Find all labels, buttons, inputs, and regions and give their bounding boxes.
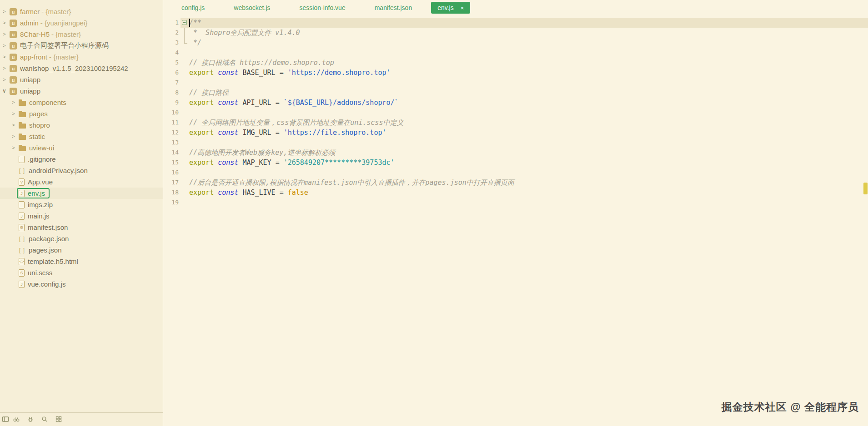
code-line[interactable]: 12export const IMG_URL = 'https://file.s… bbox=[163, 128, 868, 138]
chevron-right-icon[interactable]: > bbox=[10, 142, 17, 154]
tree-item-inner: [ ]androidPrivacy.json bbox=[17, 165, 92, 176]
tree-item-uview-ui[interactable]: >uview-ui bbox=[0, 142, 163, 154]
tree-item-uniapp[interactable]: >uuniapp bbox=[0, 74, 163, 85]
fold-collapse-icon[interactable]: − bbox=[182, 20, 187, 25]
tree-item-label: components bbox=[29, 99, 66, 106]
chevron-right-icon[interactable]: > bbox=[1, 29, 8, 40]
fold-gutter[interactable] bbox=[181, 28, 189, 38]
code-line[interactable]: 19 bbox=[163, 198, 868, 208]
line-number: 11 bbox=[163, 118, 181, 128]
chevron-right-icon[interactable]: > bbox=[1, 74, 8, 85]
code-line[interactable]: 3 */ bbox=[163, 38, 868, 48]
tree-item-pages-json[interactable]: [ ]pages.json bbox=[0, 244, 163, 256]
fold-gutter bbox=[181, 108, 189, 118]
code-line[interactable]: 9export const API_URL = `${BASE_URL}/add… bbox=[163, 98, 868, 108]
tree-item-vue-config-js[interactable]: Jvue.config.js bbox=[0, 278, 163, 290]
tree-item-wanlshop-v1-1-5-20231002195242[interactable]: >uwanlshop_v1.1.5_20231002195242 bbox=[0, 63, 163, 74]
code-line[interactable]: 14//高德地图开发者Web服务key,逆坐标解析必须 bbox=[163, 148, 868, 158]
code-line[interactable]: 2 * Shopro全局配置文件 v1.4.0 bbox=[163, 28, 868, 38]
tree-item-app-vue[interactable]: VApp.vue bbox=[0, 176, 163, 188]
line-number: 12 bbox=[163, 128, 181, 138]
code-line[interactable]: 8// 接口路径 bbox=[163, 88, 868, 98]
chevron-down-icon[interactable]: ∨ bbox=[1, 85, 8, 97]
chevron-right-icon[interactable]: > bbox=[10, 97, 17, 108]
chevron-right-icon[interactable]: > bbox=[10, 119, 17, 131]
code-line[interactable]: 11// 全局网络图片地址变量，css背景图片地址变量在uni.scss中定义 bbox=[163, 118, 868, 128]
line-number: 9 bbox=[163, 98, 181, 108]
tab-websocket-js[interactable]: websocket.js bbox=[219, 0, 285, 15]
code-line[interactable]: 13 bbox=[163, 138, 868, 148]
chevron-right-icon[interactable]: > bbox=[1, 17, 8, 29]
tab-manifest-json[interactable]: manifest.json bbox=[360, 0, 426, 15]
search-refresh-icon[interactable] bbox=[41, 416, 48, 423]
panel-toggle-icon[interactable] bbox=[2, 416, 9, 423]
project-tree-panel: >ufarmer- {master}>uadmin- {yuanjiangpei… bbox=[0, 0, 163, 426]
tree-item-components[interactable]: >components bbox=[0, 97, 163, 108]
tree-item-farmer[interactable]: >ufarmer- {master} bbox=[0, 6, 163, 17]
token-kw2: const bbox=[218, 129, 242, 137]
binoculars-icon[interactable] bbox=[13, 416, 20, 423]
code-line[interactable]: 7 bbox=[163, 78, 868, 88]
tree-item-label: manifest.json bbox=[28, 223, 68, 231]
code-line[interactable]: 17//后台是否开通直播权限,根据情况在manifest.json中引入直播插件… bbox=[163, 178, 868, 188]
tab-config-js[interactable]: config.js bbox=[167, 0, 219, 15]
tree-item-imgs-zip[interactable]: imgs.zip bbox=[0, 199, 163, 210]
fold-gutter[interactable]: − bbox=[181, 18, 189, 28]
code-line[interactable]: 6export const BASE_URL = 'https://demo.s… bbox=[163, 68, 868, 78]
tree-item-inner: static bbox=[17, 131, 50, 142]
code-line[interactable]: 4 bbox=[163, 48, 868, 58]
tree-item-uniapp[interactable]: ∨uuniapp bbox=[0, 85, 163, 97]
tab-session-info-vue[interactable]: session-info.vue bbox=[285, 0, 360, 15]
tree-item-gitignore[interactable]: .gitignore bbox=[0, 154, 163, 165]
code-text: * Shopro全局配置文件 v1.4.0 bbox=[189, 28, 868, 38]
chevron-right-icon[interactable]: > bbox=[10, 131, 17, 142]
close-icon[interactable]: × bbox=[461, 5, 464, 11]
tab-label: env.js bbox=[437, 4, 454, 11]
tree-item-manifest-json[interactable]: ⚙manifest.json bbox=[0, 222, 163, 233]
tree-item-static[interactable]: >static bbox=[0, 131, 163, 142]
code-line[interactable]: 5// 接口根域名 https://demo.shopro.top bbox=[163, 58, 868, 68]
code-line[interactable]: 15export const MAP_KEY = '265849207*****… bbox=[163, 158, 868, 168]
line-number: 6 bbox=[163, 68, 181, 78]
tree-item-uni-scss[interactable]: Suni.scss bbox=[0, 267, 163, 278]
tree-item-label: uniapp bbox=[20, 87, 40, 95]
tree-item-app-front[interactable]: >uapp-front- {master} bbox=[0, 51, 163, 63]
chevron-right-icon[interactable]: > bbox=[10, 108, 17, 119]
tree-item-env-js[interactable]: Jenv.js bbox=[0, 188, 163, 199]
tree-item-main-js[interactable]: Jmain.js bbox=[0, 210, 163, 222]
chevron-right-icon[interactable]: > bbox=[1, 63, 8, 74]
tree-item-template-h5-html[interactable]: <>template.h5.html bbox=[0, 256, 163, 267]
grid-icon[interactable] bbox=[55, 416, 62, 423]
code-line[interactable]: 18export const HAS_LIVE = false bbox=[163, 188, 868, 198]
token-kw2: const bbox=[218, 188, 242, 197]
code-line[interactable]: 1−/** bbox=[163, 18, 868, 28]
tree-item-shopro[interactable]: >shopro bbox=[0, 119, 163, 131]
tree-item-8char-h5[interactable]: >u8Char-H5- {master} bbox=[0, 29, 163, 40]
fold-gutter[interactable] bbox=[181, 38, 189, 48]
code-editor[interactable]: 1−/**2 * Shopro全局配置文件 v1.4.03 */45// 接口根… bbox=[163, 15, 868, 426]
tree-item-androidprivacy-json[interactable]: [ ]androidPrivacy.json bbox=[0, 165, 163, 176]
tab-env-js[interactable]: env.js× bbox=[431, 2, 470, 14]
project-tree: >ufarmer- {master}>uadmin- {yuanjiangpei… bbox=[0, 0, 163, 412]
fold-gutter bbox=[181, 58, 189, 68]
uniapp-project-icon: u bbox=[10, 88, 17, 95]
chevron-right-icon[interactable]: > bbox=[1, 51, 8, 63]
token-kw2: const bbox=[218, 69, 242, 77]
tree-item-package-json[interactable]: [ ]package.json bbox=[0, 233, 163, 244]
scrollbar-marker[interactable] bbox=[863, 183, 868, 194]
tree-item-admin[interactable]: >uadmin- {yuanjiangpei} bbox=[0, 17, 163, 29]
token-str2: '265849207*********39753dc' bbox=[284, 159, 395, 167]
file-json-icon: [ ] bbox=[19, 247, 25, 253]
chevron-right-icon[interactable]: > bbox=[1, 6, 8, 17]
branch-name: - {master} bbox=[49, 53, 79, 61]
tree-item-pages[interactable]: >pages bbox=[0, 108, 163, 119]
code-line[interactable]: 10 bbox=[163, 108, 868, 118]
chevron-right-icon[interactable]: > bbox=[1, 40, 8, 51]
tree-item-label: package.json bbox=[29, 235, 69, 243]
bug-icon[interactable] bbox=[27, 416, 34, 423]
tree-item-inner: ufarmer- {master} bbox=[8, 6, 75, 17]
tree-item-[interactable]: >u电子合同签署平台小程序源码 bbox=[0, 40, 163, 51]
code-line[interactable]: 16 bbox=[163, 168, 868, 178]
fold-gutter bbox=[181, 158, 189, 168]
fold-gutter bbox=[181, 118, 189, 128]
